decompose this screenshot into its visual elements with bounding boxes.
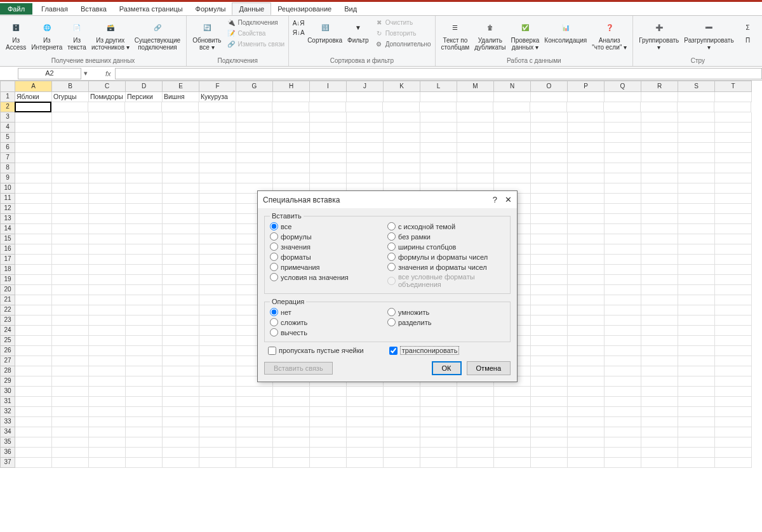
cell[interactable] xyxy=(89,194,126,204)
cell[interactable] xyxy=(199,133,236,143)
cell[interactable] xyxy=(531,163,568,173)
cell[interactable] xyxy=(15,427,52,437)
refresh-all-button[interactable]: 🔄Обновить все ▾ xyxy=(190,17,223,52)
cell[interactable] xyxy=(163,285,199,295)
column-header[interactable]: N xyxy=(494,81,531,92)
cell[interactable]: Вишня xyxy=(163,92,199,102)
cell[interactable] xyxy=(89,407,126,417)
cell[interactable] xyxy=(236,407,273,417)
cell[interactable] xyxy=(52,346,89,356)
cell[interactable] xyxy=(273,123,310,133)
radio-insert[interactable]: значения xyxy=(270,243,387,251)
cell[interactable] xyxy=(236,123,273,133)
cell[interactable] xyxy=(494,407,531,417)
column-header[interactable]: G xyxy=(236,81,273,92)
cell[interactable] xyxy=(52,285,89,295)
cell[interactable] xyxy=(199,346,236,356)
radio-insert[interactable]: условия на значения xyxy=(270,273,387,281)
row-header[interactable]: 8 xyxy=(0,163,15,173)
cell[interactable] xyxy=(199,427,236,437)
cell[interactable] xyxy=(605,92,641,102)
cell[interactable] xyxy=(236,163,273,173)
cell[interactable] xyxy=(15,397,52,407)
cell[interactable] xyxy=(236,102,272,112)
existing-conn-button[interactable]: 🔗Существующие подключения xyxy=(133,17,182,52)
cell[interactable] xyxy=(420,387,457,397)
cell[interactable] xyxy=(715,275,752,285)
cell[interactable] xyxy=(531,326,568,336)
cell[interactable] xyxy=(199,224,236,234)
cell[interactable] xyxy=(52,448,89,458)
cell[interactable] xyxy=(126,437,163,448)
cell[interactable] xyxy=(163,153,199,163)
cell[interactable] xyxy=(236,143,273,153)
cell[interactable] xyxy=(494,437,531,448)
cell[interactable] xyxy=(494,143,531,153)
cell[interactable] xyxy=(531,417,568,427)
cell[interactable] xyxy=(347,448,384,458)
cell[interactable] xyxy=(457,173,494,183)
filter-button[interactable]: ▼Фильтр xyxy=(345,17,371,45)
radio-insert[interactable]: формулы и форматы чисел xyxy=(387,253,505,261)
cell[interactable] xyxy=(126,234,163,244)
cell[interactable] xyxy=(457,437,494,448)
cell[interactable] xyxy=(530,102,567,112)
cell[interactable] xyxy=(89,255,126,265)
cell[interactable] xyxy=(126,183,163,194)
cell[interactable] xyxy=(163,366,199,376)
cell[interactable] xyxy=(199,397,236,407)
cell[interactable] xyxy=(605,366,641,376)
radio-insert[interactable]: форматы xyxy=(270,253,387,261)
cell[interactable] xyxy=(126,153,163,163)
cell[interactable] xyxy=(163,336,199,346)
cell[interactable] xyxy=(531,458,568,468)
cell[interactable] xyxy=(163,163,199,173)
row-header[interactable]: 29 xyxy=(0,376,15,387)
row-header[interactable]: 26 xyxy=(0,346,15,356)
cell[interactable] xyxy=(15,163,52,173)
row-header[interactable]: 19 xyxy=(0,275,15,285)
cell[interactable] xyxy=(15,356,52,366)
cell[interactable] xyxy=(568,417,605,427)
cell[interactable] xyxy=(163,376,199,387)
row-header[interactable]: 5 xyxy=(0,133,15,143)
cell[interactable] xyxy=(568,285,605,295)
column-header[interactable]: D xyxy=(126,81,163,92)
cell[interactable] xyxy=(310,407,347,417)
cell[interactable] xyxy=(236,173,273,183)
sort-az-button[interactable]: А↓Я xyxy=(294,18,303,27)
cell[interactable] xyxy=(346,102,383,112)
cell[interactable] xyxy=(199,285,236,295)
row-header[interactable]: 23 xyxy=(0,316,15,326)
cell[interactable] xyxy=(531,356,568,366)
cell[interactable] xyxy=(89,316,126,326)
cell[interactable] xyxy=(15,417,52,427)
cell[interactable] xyxy=(531,234,568,244)
cell[interactable] xyxy=(531,397,568,407)
cell[interactable] xyxy=(162,102,199,112)
cell[interactable] xyxy=(15,376,52,387)
cell[interactable] xyxy=(15,316,52,326)
row-header[interactable]: 10 xyxy=(0,183,15,194)
cell[interactable] xyxy=(273,397,310,407)
cell[interactable] xyxy=(420,173,457,183)
cell[interactable] xyxy=(420,417,457,427)
cell[interactable] xyxy=(52,458,89,468)
cell[interactable] xyxy=(531,133,568,143)
cell[interactable] xyxy=(678,458,715,468)
cell[interactable] xyxy=(678,234,715,244)
cell[interactable] xyxy=(568,153,605,163)
cell[interactable] xyxy=(163,244,199,255)
cell[interactable] xyxy=(52,437,89,448)
radio-insert[interactable]: ширины столбцов xyxy=(387,243,505,251)
cell[interactable] xyxy=(310,153,347,163)
cell[interactable] xyxy=(605,305,641,316)
cell[interactable] xyxy=(273,407,310,417)
remove-duplicates-button[interactable]: 🗑Удалить дубликаты xyxy=(472,17,507,52)
name-box-dropdown[interactable]: ▾ xyxy=(81,69,90,77)
cell[interactable]: Огурцы xyxy=(52,92,89,102)
cell[interactable] xyxy=(715,336,752,346)
cell[interactable] xyxy=(163,326,199,336)
cell[interactable] xyxy=(715,163,752,173)
cell[interactable] xyxy=(52,387,89,397)
